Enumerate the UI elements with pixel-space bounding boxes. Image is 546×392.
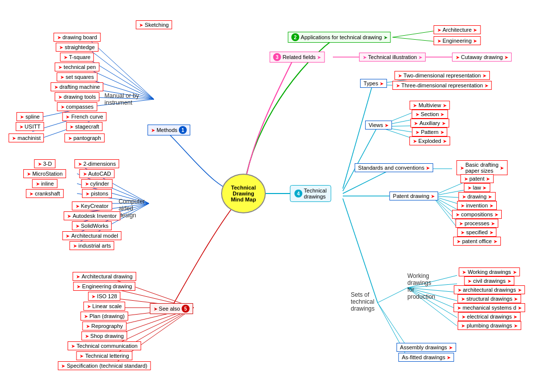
linear-scale-node[interactable]: ➤Linear scale	[83, 302, 125, 311]
as-fitted-node[interactable]: As-fitted drawings➤	[398, 353, 454, 362]
pistons-node[interactable]: ➤pistons	[82, 189, 112, 198]
electrical-drawings-node[interactable]: ➤electrical drawings➤	[458, 312, 521, 321]
related-label: Related fields	[283, 54, 316, 60]
solidworks-node[interactable]: ➤SolidWorks	[72, 221, 112, 230]
patent-drawing-node[interactable]: Patent drawing➤	[390, 192, 438, 200]
manual-node: Manual or byinstrument	[104, 92, 139, 106]
working-drawings-node[interactable]: ➤Working drawings➤	[459, 267, 520, 276]
stagecraft-node[interactable]: ➤stagecraft	[66, 122, 102, 131]
center-node[interactable]: TechnicalDrawingMind Map	[221, 174, 266, 213]
td-num: 4	[295, 190, 303, 197]
compasses-node[interactable]: ➤compasses	[57, 102, 97, 111]
tsquare-node[interactable]: ➤T-square	[60, 53, 94, 62]
3d-node[interactable]: ➤3-D	[34, 159, 56, 168]
industrial-arts-node[interactable]: ➤industrial arts	[70, 241, 114, 250]
drawing-board-node[interactable]: ➤drawing board	[54, 33, 101, 42]
sets-node: Sets oftechnicaldrawings	[351, 291, 375, 312]
cutaway-node[interactable]: ➤Cutaway drawing➤	[452, 53, 512, 62]
inline-node[interactable]: ➤inline	[32, 179, 58, 188]
svg-line-64	[378, 303, 407, 347]
french-curve-node[interactable]: ➤French curve	[62, 112, 106, 121]
wdp-label: Workingdrawingsforproduction	[407, 272, 435, 300]
svg-line-1	[89, 50, 154, 99]
machinist-node[interactable]: ➤machinist	[8, 133, 44, 142]
patent-node[interactable]: ➤patent➤	[461, 174, 494, 183]
assembly-node[interactable]: Assembly drawings➤	[396, 343, 456, 352]
tech-drawings-node[interactable]: 4 Technicaldrawings	[290, 185, 331, 202]
arch-drawings-node[interactable]: ➤architectural drawings➤	[454, 285, 525, 294]
center-label: TechnicalDrawingMind Map	[221, 174, 266, 213]
reprography-node[interactable]: ➤Reprography	[82, 322, 127, 330]
2d-node[interactable]: ➤2-dimensions	[75, 159, 119, 168]
methods-num: 1	[179, 126, 187, 134]
plan-drawing-node[interactable]: ➤Plan (drawing)	[80, 312, 128, 321]
spline-node[interactable]: ➤spline	[16, 112, 43, 121]
paper-sizes-node[interactable]: ➤Basic draftingpaper sizes➤	[457, 160, 508, 175]
sketching-node[interactable]: ➤Sketching	[136, 20, 172, 29]
eng-drawing-see-node[interactable]: ➤Engineering drawing	[73, 282, 135, 291]
shop-drawing-node[interactable]: ➤Shop drawing	[81, 331, 127, 340]
invention-node[interactable]: ➤invention➤	[457, 201, 497, 210]
see-also-node[interactable]: ➤ See also 5	[150, 303, 193, 314]
specification-node[interactable]: ➤Specification (technical standard)	[58, 361, 151, 370]
multiview-node[interactable]: ➤Multiview➤	[409, 101, 450, 110]
views-node[interactable]: Views➤	[365, 121, 392, 130]
svg-line-43	[343, 169, 392, 194]
compositions-node[interactable]: ➤compositions➤	[452, 210, 502, 219]
autocad-node[interactable]: ➤AutoCAD	[79, 169, 115, 178]
tech-pen-node[interactable]: ➤technical pen	[55, 63, 99, 71]
set-squares-node[interactable]: ➤set squares	[57, 72, 97, 81]
microstation-node[interactable]: ➤MicroStation	[23, 169, 66, 178]
svg-line-37	[343, 127, 378, 191]
specified-node[interactable]: ➤specified➤	[457, 228, 496, 237]
arch-drawing-see-node[interactable]: ➤Architectural drawing	[73, 272, 136, 281]
iso-node[interactable]: ➤ISO 128	[88, 292, 120, 301]
svg-line-55	[343, 198, 378, 303]
keycreator-node[interactable]: ➤KeyCreator	[72, 201, 112, 210]
auxiliary-node[interactable]: ➤Auxiliary➤	[410, 119, 449, 128]
architecture-node[interactable]: ➤Architecture➤	[434, 25, 481, 34]
standards-node[interactable]: Standards and conventions➤	[355, 163, 433, 172]
methods-node[interactable]: ➤ Methods 1	[148, 125, 190, 135]
exploded-node[interactable]: ➤Exploded➤	[409, 136, 450, 145]
working-drawings-prod-node: Workingdrawingsforproduction	[407, 272, 435, 300]
drafting-machine-node[interactable]: ➤drafting machine	[51, 82, 103, 91]
see-also-num: 5	[181, 305, 189, 313]
applications-node[interactable]: 2 Applications for technical drawing ➤	[288, 32, 390, 43]
civil-drawings-node[interactable]: ➤civil drawings➤	[464, 276, 514, 285]
usitt-node[interactable]: ➤USITT	[16, 122, 44, 131]
crankshaft-node[interactable]: ➤crankshaft	[26, 189, 64, 198]
drawing-node[interactable]: ➤drawing➤	[459, 192, 496, 201]
manual-label: Manual or byinstrument	[104, 92, 139, 106]
processes-node[interactable]: ➤processes➤	[456, 219, 498, 228]
law-node[interactable]: ➤law➤	[464, 183, 490, 192]
applications-label: Applications for technical drawing	[301, 34, 382, 40]
mech-systems-node[interactable]: ➤mechanical systems d➤	[454, 303, 525, 312]
related-num: 3	[273, 53, 281, 61]
section-node[interactable]: ➤Section➤	[412, 110, 448, 119]
drawing-tools-node[interactable]: ➤drawing tools	[55, 92, 99, 101]
tech-illus-node[interactable]: ➤Technical illustration➤	[359, 53, 426, 62]
tech-comm-node[interactable]: ➤Technical communication	[68, 341, 141, 350]
2d-rep-node[interactable]: ➤Two-dimensional representation➤	[394, 71, 490, 80]
autodesk-node[interactable]: ➤Autodesk Inventor	[64, 211, 120, 220]
sets-label: Sets oftechnicaldrawings	[351, 291, 375, 312]
cad-node: Computeraideddesign	[119, 198, 145, 219]
td-label: Technicaldrawings	[304, 188, 327, 199]
plumbing-drawings-node[interactable]: ➤plumbing drawings➤	[458, 321, 521, 330]
pattern-node[interactable]: ➤Pattern➤	[412, 128, 447, 136]
arch-model-node[interactable]: ➤Architectural model	[62, 231, 121, 240]
engineering-node[interactable]: ➤Engineering➤	[434, 36, 481, 45]
see-also-label: See also	[159, 306, 180, 312]
app-num: 2	[291, 33, 299, 41]
structural-drawings-node[interactable]: ➤structural drawings➤	[458, 294, 521, 303]
3d-rep-node[interactable]: ➤Three-dimensional representation➤	[392, 81, 492, 90]
straightedge-node[interactable]: ➤straightedge	[56, 43, 98, 52]
cylinder-node[interactable]: ➤cylinder	[81, 179, 113, 188]
pantograph-node[interactable]: ➤pantograph	[65, 133, 105, 142]
related-node[interactable]: 3 Related fields ➤	[270, 52, 325, 63]
svg-line-34	[343, 84, 373, 189]
patent-office-node[interactable]: ➤patent office➤	[453, 237, 501, 246]
types-node[interactable]: Types➤	[360, 79, 387, 88]
tech-lettering-node[interactable]: ➤Technical lettering	[76, 351, 132, 360]
